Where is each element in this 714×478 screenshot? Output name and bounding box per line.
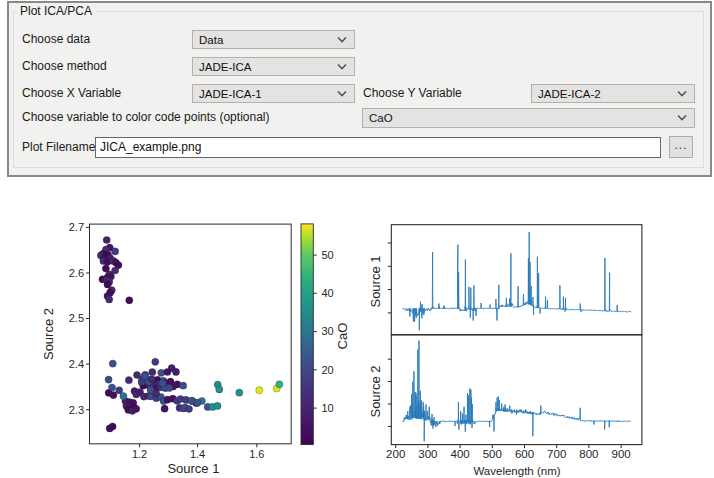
svg-text:CaO: CaO [335,323,350,350]
svg-text:400: 400 [451,448,470,460]
svg-text:1.4: 1.4 [190,448,205,460]
svg-text:Source 2: Source 2 [41,308,56,360]
svg-text:2.3: 2.3 [69,404,84,416]
svg-text:Source 1: Source 1 [167,461,219,476]
svg-text:20: 20 [322,364,334,376]
svg-text:1.2: 1.2 [132,448,147,460]
svg-text:2.5: 2.5 [69,312,84,324]
svg-text:30: 30 [322,325,334,337]
svg-text:300: 300 [418,448,437,460]
svg-text:600: 600 [515,448,534,460]
svg-text:800: 800 [579,448,598,460]
svg-text:Wavelength (nm): Wavelength (nm) [473,465,560,477]
svg-text:200: 200 [386,448,405,460]
svg-text:50: 50 [322,249,334,261]
svg-text:40: 40 [322,287,334,299]
svg-text:2.6: 2.6 [69,267,84,279]
svg-text:700: 700 [547,448,566,460]
svg-text:900: 900 [612,448,631,460]
svg-text:10: 10 [322,402,334,414]
svg-text:2.4: 2.4 [69,358,84,370]
svg-text:1.6: 1.6 [249,448,264,460]
svg-text:Source 2: Source 2 [368,365,383,417]
svg-text:500: 500 [483,448,502,460]
svg-text:2.7: 2.7 [69,221,84,233]
svg-text:Source 1: Source 1 [368,255,383,307]
